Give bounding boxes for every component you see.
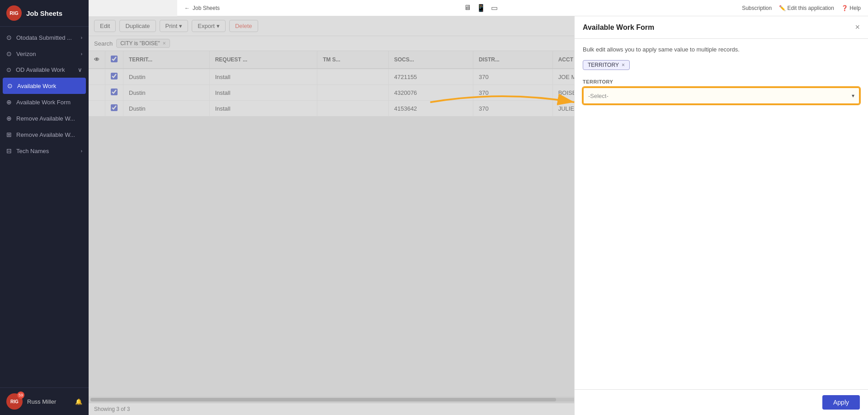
bell-icon[interactable]: 🔔 [75,398,82,405]
tablet-icon[interactable]: 📱 [476,4,486,12]
edit-icon: ✏️ [779,5,786,11]
notification-badge: 59 [17,392,24,399]
sidebar: RIG Job Sheets ⊙ Otodata Submitted ... ›… [0,0,89,415]
cell-tms [317,69,389,85]
territory-select-wrapper[interactable]: -Select- ▾ [583,87,860,104]
territory-select[interactable]: -Select- [588,93,852,99]
panel-body: Bulk edit allows you to apply same value… [575,39,868,389]
row-select-checkbox[interactable] [111,89,118,95]
topbar-left: ← Job Sheets [184,5,220,11]
sidebar-item-tech-names[interactable]: ⊟ Tech Names › [0,143,89,159]
chevron-right-icon: › [81,51,82,56]
sidebar-item-otodata[interactable]: ⊙ Otodata Submitted ... › [0,29,89,46]
main-content: ← Job Sheets 🖥 📱 ▭ Subscription ✏️ Edit … [89,0,868,415]
panel-header: Available Work Form × [575,16,868,39]
apply-button[interactable]: Apply [822,395,860,410]
search-label: Search [94,40,113,47]
cell-distr: 370 [473,85,552,101]
chevron-down-icon: ▾ [179,23,182,29]
row-checkbox-cell[interactable] [105,69,123,85]
cell-request-type: Install [209,85,317,101]
mobile-icon[interactable]: ▭ [491,4,498,12]
grid-icon: ⊞ [6,131,12,138]
plus-circle-icon: ⊕ [6,115,12,122]
col-territory[interactable]: TERRIT... [123,51,210,69]
cell-tms [317,85,389,101]
back-icon[interactable]: ← [184,5,190,11]
breadcrumb: Job Sheets [193,5,220,11]
col-socs[interactable]: SOCS... [388,51,473,69]
delete-button[interactable]: Delete [229,20,258,32]
avatar-wrapper: RIG 59 [6,393,23,410]
scrollbar-thumb[interactable] [90,398,556,401]
select-all-header[interactable] [105,51,123,69]
plus-circle-icon: ⊕ [6,98,12,106]
export-button[interactable]: Export ▾ [192,20,226,32]
panel-close-button[interactable]: × [855,23,860,32]
topbar-center: 🖥 📱 ▭ [227,4,735,12]
row-checkbox-cell[interactable] [105,101,123,117]
row-eye [89,101,105,117]
cell-request-type: Install [209,101,317,117]
circle-icon: ⊙ [6,50,12,57]
row-select-checkbox[interactable] [111,73,118,79]
sidebar-item-label: Available Work [17,83,56,89]
panel-info-text: Bulk edit allows you to apply same value… [583,46,860,53]
sidebar-item-remove-available-w-1[interactable]: ⊕ Remove Available W... [0,110,89,126]
row-eye [89,69,105,85]
chevron-down-icon: ▾ [852,93,854,99]
showing-text: Showing 3 of 3 [94,406,130,412]
sidebar-item-available-work[interactable]: ⊙ Available Work [3,78,86,94]
tag-label: TERRITORY [588,62,619,68]
field-label-territory: TERRITORY [583,79,860,84]
circle-icon: ⊙ [6,66,11,73]
edit-app-link[interactable]: ✏️ Edit this application [779,5,834,11]
sidebar-item-label: Available Work Form [16,99,71,106]
remove-tag-icon[interactable]: × [622,62,625,68]
topbar-right: Subscription ✏️ Edit this application ❓ … [742,5,861,11]
desktop-icon[interactable]: 🖥 [464,4,471,12]
sidebar-item-label: Remove Available W... [16,115,75,122]
filter-text: CITY is "BOISE" [120,40,160,47]
circle-icon: ⊙ [6,34,12,41]
row-checkbox-cell[interactable] [105,85,123,101]
app-title: Job Sheets [26,9,62,17]
chevron-right-icon: › [81,149,82,154]
search-filter-tag: CITY is "BOISE" × [116,39,170,48]
sidebar-item-od-available-work[interactable]: ⊙ OD Available Work ∨ [0,62,89,78]
app-logo: RIG [6,5,22,21]
panel-title: Available Work Form [583,23,654,32]
select-all-checkbox[interactable] [111,56,118,62]
col-tms[interactable]: TM S... [317,51,389,69]
subscription-link[interactable]: Subscription [742,5,772,11]
cell-socs: 4320076 [388,85,473,101]
print-button[interactable]: Print ▾ [160,20,189,32]
row-eye [89,85,105,101]
edit-button[interactable]: Edit [94,20,116,32]
sidebar-item-label: OD Available Work [16,66,65,73]
row-select-checkbox[interactable] [111,104,118,111]
cell-distr: 370 [473,69,552,85]
tag-row: TERRITORY × [583,60,860,70]
eye-col-header: 👁 [89,51,105,69]
panel-footer: Apply [575,389,868,415]
sidebar-item-label: Verizon [16,51,36,57]
sidebar-item-remove-available-w-2[interactable]: ⊞ Remove Available W... [0,126,89,143]
col-request-type[interactable]: REQUEST ... [209,51,317,69]
topbar: ← Job Sheets 🖥 📱 ▭ Subscription ✏️ Edit … [177,0,868,16]
col-distr[interactable]: DISTR... [473,51,552,69]
cell-distr: 370 [473,101,552,117]
cell-socs: 4721155 [388,69,473,85]
sidebar-item-label: Otodata Submitted ... [16,34,72,41]
sidebar-item-available-work-form[interactable]: ⊕ Available Work Form [0,94,89,110]
sidebar-item-label: Tech Names [16,148,49,154]
help-icon: ❓ [841,5,848,11]
chevron-down-icon: ▾ [217,23,220,29]
eye-icon: 👁 [94,56,99,63]
sidebar-header: RIG Job Sheets [0,0,89,27]
sidebar-item-verizon[interactable]: ⊙ Verizon › [0,46,89,62]
help-link[interactable]: ❓ Help [841,5,861,11]
remove-filter-icon[interactable]: × [163,40,166,47]
duplicate-button[interactable]: Duplicate [119,20,156,32]
circle-icon: ⊙ [7,82,13,89]
